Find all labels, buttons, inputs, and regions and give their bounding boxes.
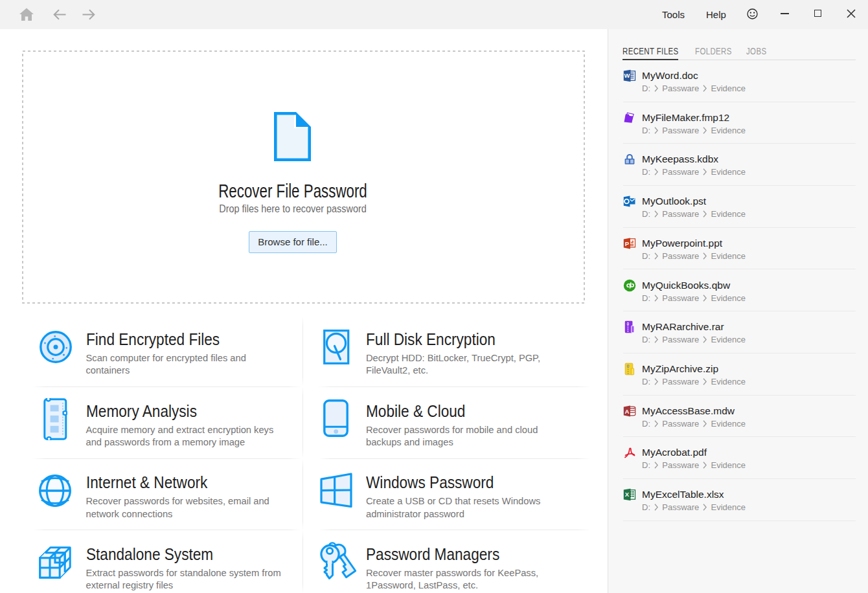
svg-text:W: W [624, 72, 630, 79]
svg-text:A: A [624, 407, 629, 414]
svg-text:X: X [625, 491, 630, 498]
svg-text:P: P [625, 240, 630, 247]
